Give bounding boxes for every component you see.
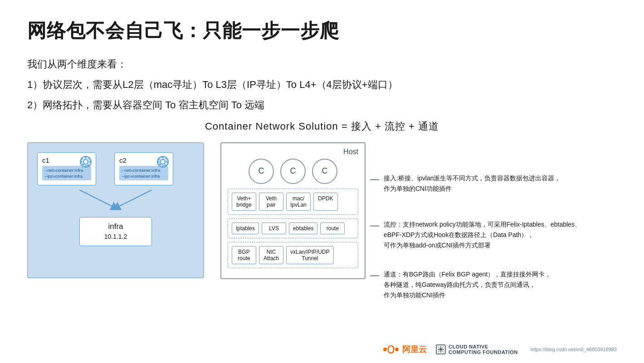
svg-rect-2 [85,156,87,158]
footer: 阿里云 CLOUD NATIVECOMPUTING FOUNDATION htt… [382,344,617,355]
infra-label: infra [87,222,145,231]
plugin-lvs: LVS [262,223,286,234]
desc-flowctl: 流控：支持network policy功能落地，可采用Felix-Iptable… [384,219,581,251]
svg-rect-24 [388,346,394,353]
tunnel-plugins-row: BGProute NICAttach vxLan/IPIP/UDPTunnel [232,246,354,264]
svg-rect-4 [80,161,82,162]
plugin-bgp-route: BGProute [232,246,256,264]
svg-rect-14 [157,161,159,162]
svg-rect-3 [85,165,87,167]
c2-box: c2 --net=container:infra--ipc=containe [114,152,173,186]
cncf-logo-area: CLOUD NATIVECOMPUTING FOUNDATION [436,344,518,355]
svg-rect-5 [89,161,91,162]
plugin-nic-attach: NICAttach [259,246,283,264]
c-circle-3: C [312,159,337,184]
svg-rect-12 [162,156,164,158]
gear-icon-c2 [156,155,169,168]
tunnel-section: BGProute NICAttach vxLan/IPIP/UDPTunnel [228,242,358,268]
arrows-svg [43,190,188,214]
desc-row-flowctl: — 流控：支持network policy功能落地，可采用Felix-Iptab… [370,219,617,265]
arrow-icon-1: — [370,174,379,184]
slide: 网络包不会自己飞：只能一步一步爬 我们从两个维度来看： 1）协议层次，需要从L2… [0,0,644,363]
svg-rect-15 [166,161,168,162]
right-panel: Host C C C Veth+bridge Vethpair mac/IpvL… [212,142,617,315]
svg-line-21 [116,190,152,208]
infra-box: infra 10.1.1.2 [79,217,152,246]
intro-section: 我们从两个维度来看： 1）协议层次，需要从L2层（mac寻址）To L3层（IP… [27,56,617,113]
footer-url: https://blog.csdn.net/m0_46803418983 [531,347,617,352]
line1: 1）协议层次，需要从L2层（mac寻址）To L3层（IP寻址）To L4+（4… [27,77,617,92]
plugin-vxlan-tunnel: vxLan/IPIP/UDPTunnel [286,246,334,264]
svg-point-1 [83,160,88,164]
arrow-icon-3: — [370,270,379,281]
host-diagram: Host C C C Veth+bridge Vethpair mac/IpvL… [220,142,366,279]
diagram-area: c1 --net=container:infra--i [27,142,617,315]
formula: Container Network Solution = 接入 + 流控 + 通… [27,120,617,133]
desc-tunnel: 通道：有BGP路由（Felix BGP agent），直接挂接外网卡，各种隧道，… [384,269,551,300]
cncf-text: CLOUD NATIVECOMPUTING FOUNDATION [449,344,518,355]
desc-row-tunnel: — 通道：有BGP路由（Felix BGP agent），直接挂接外网卡，各种隧… [370,269,617,315]
line2: 2）网络拓扑，需要从容器空间 To 宿主机空间 To 远端 [27,97,617,113]
host-and-desc: Host C C C Veth+bridge Vethpair mac/IpvL… [212,142,617,315]
access-section: Veth+bridge Vethpair mac/IpvLan DPDK [228,189,358,215]
intro-text: 我们从两个维度来看： [27,56,617,72]
aliyun-logo-area: 阿里云 [382,344,427,355]
plugin-dpdk: DPDK [313,193,338,211]
svg-line-20 [79,190,116,208]
aliyun-icon [382,344,400,355]
arrow-icon-2: — [370,220,379,231]
plugin-route: route [320,223,345,234]
desc-access: 接入:桥接、ipvlan派生等不同方式，负责容器数据包进出容器，作为单独的CNI… [384,173,561,194]
c1-box: c1 --net=container:infra--i [37,152,96,186]
plugin-iptables: Iptables [232,223,259,234]
infra-container: infra 10.1.1.2 [37,217,194,246]
plugin-veth-bridge: Veth+bridge [232,193,256,211]
plugin-mac-ipvlan: mac/IpvLan [286,193,311,211]
access-plugins-row: Veth+bridge Vethpair mac/IpvLan DPDK [232,193,354,211]
desc-rows: — 接入:桥接、ipvlan派生等不同方式，负责容器数据包进出容器，作为单独的C… [370,142,617,315]
container-row: c1 --net=container:infra--i [37,152,194,186]
cncf-icon [436,344,446,354]
plugin-veth-pair: Vethpair [259,193,283,211]
container-diagram: c1 --net=container:infra--i [27,142,204,278]
flowctl-plugins-row: Iptables LVS ebtables route [232,223,354,234]
svg-rect-23 [383,348,387,351]
flowctl-section: Iptables LVS ebtables route [228,218,358,238]
svg-rect-25 [395,348,399,351]
svg-point-11 [161,160,165,164]
c-circle-1: C [249,159,274,184]
gear-icon-c1 [79,155,92,168]
host-label: Host [228,148,358,156]
svg-rect-13 [162,165,164,167]
desc-row-access: — 接入:桥接、ipvlan派生等不同方式，负责容器数据包进出容器，作为单独的C… [370,173,617,214]
c-circle-2: C [280,159,306,184]
c-circles-row: C C C [228,159,358,184]
infra-ip: 10.1.1.2 [87,233,145,240]
page-title: 网络包不会自己飞：只能一步一步爬 [27,18,617,44]
aliyun-text: 阿里云 [402,344,427,355]
plugin-ebtables: ebtables [289,223,317,234]
